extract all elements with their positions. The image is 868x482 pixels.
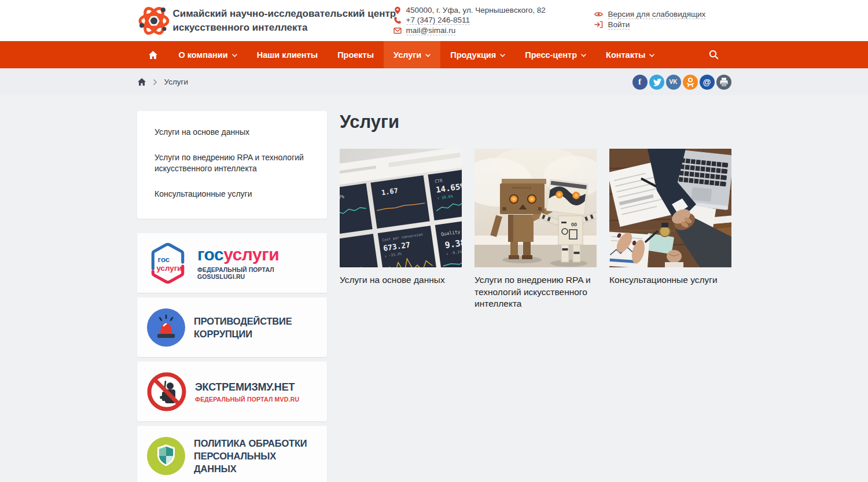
page-title: Услуги [340,111,731,133]
chevron-down-icon [232,54,237,57]
anticorruption-title-line1: ПРОТИВОДЕЙСТВИЕ [194,315,292,328]
social-share-icons: f VK @ [632,75,731,90]
mailru-share-button[interactable]: @ [700,75,715,90]
email-link[interactable]: mail@simai.ru [406,26,456,35]
odnoklassniki-person-icon [683,75,698,90]
chevron-down-icon [649,54,654,57]
gosuslugi-word-part1: гос [197,245,223,264]
site-title-line2: искусственного интеллекта [173,21,396,35]
main-navigation: О компании Наши клиенты Проекты Услуги П… [0,41,868,68]
nav-item-label: Пресс-центр [525,50,577,60]
search-icon [709,50,719,60]
gosuslugi-text: госуслуги ФЕДЕРАЛЬНЫЙ ПОРТАЛ GOSUSLUGI.R… [197,246,319,280]
content-area: Услуги на основе данных Услуги по внедре… [0,95,868,482]
personal-data-title-line1: ПОЛИТИКА ОБРАБОТКИ [194,437,319,450]
card-data-services[interactable]: 2.7% 1.67 CTR 14.65% ↑ 10.6% [340,149,462,310]
svg-text:9.38: 9.38 [444,237,462,251]
nav-item-label: Контакты [606,50,645,60]
site-logo-atom-icon[interactable] [137,4,171,38]
breadcrumb-current: Услуги [164,78,189,86]
business-handshake-desk-photo [609,149,731,267]
nav-item-label: Продукция [450,50,496,60]
nav-item-label: Наши клиенты [257,50,318,60]
nav-item-clients[interactable]: Наши клиенты [247,41,328,68]
gosuslugi-badge-icon: гос услуги [147,242,189,284]
nav-item-services[interactable]: Услуги [384,41,440,68]
twitter-share-button[interactable] [649,75,664,90]
chevron-right-icon [153,79,157,85]
service-cards: 2.7% 1.67 CTR 14.65% ↑ 10.6% [340,149,731,310]
header-user-links: Версия для слабовидящих Войти [594,9,706,30]
anticorruption-title-line2: КОРРУПЦИИ [194,328,292,340]
sidebar-item-data-services[interactable]: Услуги на основе данных [155,127,310,138]
mailru-at-icon: @ [703,78,711,86]
eye-accessibility-icon [594,10,603,18]
breadcrumb-home-button[interactable] [137,78,146,86]
analytics-dashboard-photo: 2.7% 1.67 CTR 14.65% ↑ 10.6% [340,149,462,267]
accessibility-version-link[interactable]: Версия для слабовидящих [608,10,706,19]
page: Симайский научно-исследовательский центр… [0,0,868,482]
location-pin-icon [393,6,402,14]
svg-text:00: 00 [571,222,577,227]
card-caption: Услуги на основе данных [340,274,462,286]
chevron-down-icon [581,54,586,57]
nav-item-label: Проекты [337,50,374,60]
facebook-icon: f [638,78,641,86]
personal-data-title-line2: ПЕРСОНАЛЬНЫХ ДАННЫХ [194,450,319,475]
anticorruption-text: ПРОТИВОДЕЙСТВИЕ КОРРУПЦИИ [194,315,292,340]
header-contacts: 450000, г. Уфа, ул. Чернышевского, 82 +7… [393,5,546,36]
phone-icon [393,16,402,24]
vk-share-button[interactable]: VK [666,75,681,90]
nav-item-press[interactable]: Пресс-центр [515,41,596,68]
email-envelope-icon [393,27,402,35]
nav-item-label: Услуги [393,50,421,60]
extremism-title: ЭКСТРЕМИЗМУ.НЕТ [195,381,299,393]
printer-icon [716,75,731,90]
site-title: Симайский научно-исследовательский центр… [173,7,396,35]
shield-icon [147,437,185,475]
svg-text:amazon.co.jp: amazon.co.jp [512,186,531,189]
extremism-text: ЭКСТРЕМИЗМУ.НЕТ ФЕДЕРАЛЬНЫЙ ПОРТАЛ MVD.R… [195,381,299,403]
chevron-down-icon [500,54,505,57]
odnoklassniki-share-button[interactable] [683,75,698,90]
card-consulting-services[interactable]: Консультационные услуги [609,149,731,310]
nav-item-projects[interactable]: Проекты [328,41,384,68]
banner-gosuslugi[interactable]: гос услуги госуслуги ФЕДЕРАЛЬНЫЙ ПОРТАЛ … [137,233,327,293]
print-button[interactable] [716,75,731,90]
home-icon [137,78,146,86]
svg-text:гос: гос [158,255,170,263]
breadcrumb-bar: Услуги f VK [0,68,868,95]
cardboard-robots-photo: amazon.co.jp [475,149,597,267]
twitter-bird-icon [649,75,664,90]
card-rpa-services[interactable]: amazon.co.jp [475,149,597,310]
banner-anticorruption[interactable]: ПРОТИВОДЕЙСТВИЕ КОРРУПЦИИ [137,297,327,357]
login-arrow-icon [594,21,603,28]
nav-home-button[interactable] [137,41,169,68]
home-icon [148,50,158,60]
chevron-down-icon [425,54,431,57]
sidebar-menu: Услуги на основе данных Услуги по внедре… [137,111,327,219]
top-header: Симайский научно-исследовательский центр… [0,0,868,41]
sidebar-item-consulting-services[interactable]: Консультационные услуги [155,189,310,200]
svg-text:услуги: услуги [156,264,182,273]
nav-item-products[interactable]: Продукция [440,41,515,68]
facebook-share-button[interactable]: f [632,75,648,90]
nav-item-contacts[interactable]: Контакты [596,41,664,68]
login-link[interactable]: Войти [608,20,630,30]
vk-icon: VK [670,79,678,85]
site-title-line1: Симайский научно-исследовательский центр [173,7,396,21]
main-content: Услуги [340,111,731,310]
nav-item-company[interactable]: О компании [169,41,247,68]
search-button[interactable] [696,41,731,68]
banner-personal-data[interactable]: ПОЛИТИКА ОБРАБОТКИ ПЕРСОНАЛЬНЫХ ДАННЫХ [137,426,327,482]
banner-extremism[interactable]: ЭКСТРЕМИЗМУ.НЕТ ФЕДЕРАЛЬНЫЙ ПОРТАЛ MVD.R… [137,362,327,421]
atom-icon [137,4,171,38]
siren-icon [147,308,185,347]
gosuslugi-subtitle: ФЕДЕРАЛЬНЫЙ ПОРТАЛ GOSUSLUGI.RU [197,266,319,280]
phone-link[interactable]: +7 (347) 246-8511 [406,16,470,25]
sidebar-item-rpa-services[interactable]: Услуги по внедрению RPA и технологий иск… [155,152,310,174]
no-extremism-icon [147,372,186,411]
card-caption: Услуги по внедрению RPA и технологий иск… [475,274,597,310]
address-text: 450000, г. Уфа, ул. Чернышевского, 82 [406,6,546,14]
extremism-subtitle: ФЕДЕРАЛЬНЫЙ ПОРТАЛ MVD.RU [195,396,299,403]
